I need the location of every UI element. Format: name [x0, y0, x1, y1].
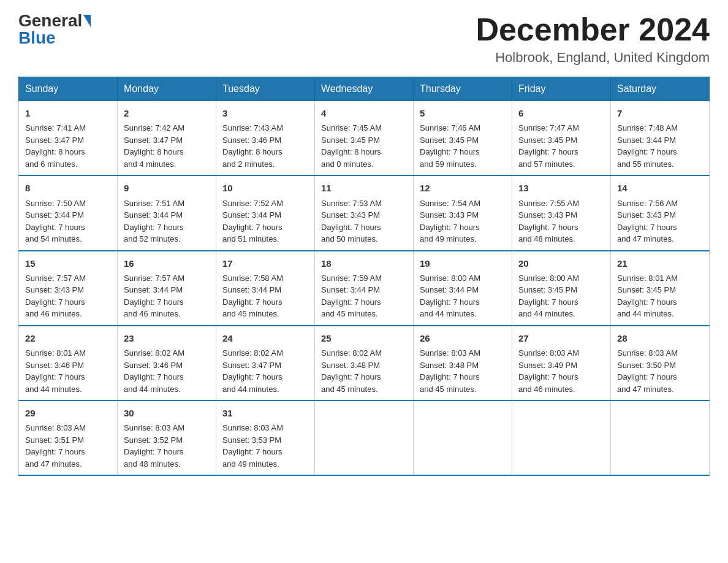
day-number: 31	[222, 406, 308, 420]
calendar-cell: 31Sunrise: 8:03 AMSunset: 3:53 PMDayligh…	[216, 400, 315, 475]
day-number: 15	[25, 256, 111, 270]
day-number: 5	[420, 106, 506, 120]
day-number: 16	[124, 256, 210, 270]
calendar-cell: 26Sunrise: 8:03 AMSunset: 3:48 PMDayligh…	[414, 326, 512, 400]
day-info: Sunrise: 8:00 AMSunset: 3:44 PMDaylight:…	[420, 272, 506, 320]
logo-general-text: General	[18, 12, 82, 29]
day-info: Sunrise: 7:55 AMSunset: 3:43 PMDaylight:…	[518, 197, 604, 245]
day-info: Sunrise: 7:48 AMSunset: 3:44 PMDaylight:…	[617, 122, 703, 170]
day-number: 14	[617, 181, 703, 195]
location-text: Holbrook, England, United Kingdom	[476, 50, 710, 66]
week-row-3: 15Sunrise: 7:57 AMSunset: 3:43 PMDayligh…	[19, 251, 710, 326]
calendar-cell: 11Sunrise: 7:53 AMSunset: 3:43 PMDayligh…	[315, 175, 414, 250]
logo-blue-text: Blue	[18, 29, 56, 47]
calendar-cell: 24Sunrise: 8:02 AMSunset: 3:47 PMDayligh…	[216, 326, 315, 400]
header-thursday: Thursday	[414, 77, 512, 101]
day-number: 23	[124, 331, 210, 345]
day-number: 1	[25, 106, 111, 120]
day-number: 4	[321, 106, 407, 120]
logo-triangle-icon	[83, 15, 91, 27]
day-number: 21	[617, 256, 703, 270]
day-number: 13	[518, 181, 604, 195]
calendar-cell: 30Sunrise: 8:03 AMSunset: 3:52 PMDayligh…	[118, 400, 216, 475]
calendar-cell	[414, 400, 512, 475]
day-info: Sunrise: 7:58 AMSunset: 3:44 PMDaylight:…	[222, 272, 308, 320]
header-wednesday: Wednesday	[315, 77, 414, 101]
day-number: 12	[420, 181, 506, 195]
header-tuesday: Tuesday	[216, 77, 315, 101]
day-info: Sunrise: 8:03 AMSunset: 3:48 PMDaylight:…	[420, 347, 506, 395]
calendar-cell: 13Sunrise: 7:55 AMSunset: 3:43 PMDayligh…	[512, 175, 611, 250]
calendar-cell: 28Sunrise: 8:03 AMSunset: 3:50 PMDayligh…	[611, 326, 710, 400]
page-header: General Blue December 2024 Holbrook, Eng…	[18, 12, 710, 66]
calendar-cell: 29Sunrise: 8:03 AMSunset: 3:51 PMDayligh…	[19, 400, 118, 475]
day-info: Sunrise: 7:57 AMSunset: 3:44 PMDaylight:…	[124, 272, 210, 320]
header-saturday: Saturday	[611, 77, 710, 101]
day-number: 3	[222, 106, 308, 120]
logo: General Blue	[18, 12, 91, 47]
day-number: 26	[420, 331, 506, 345]
day-number: 17	[222, 256, 308, 270]
day-info: Sunrise: 7:52 AMSunset: 3:44 PMDaylight:…	[222, 197, 308, 245]
day-info: Sunrise: 7:51 AMSunset: 3:44 PMDaylight:…	[124, 197, 210, 245]
calendar-cell: 21Sunrise: 8:01 AMSunset: 3:45 PMDayligh…	[611, 251, 710, 326]
calendar-table: SundayMondayTuesdayWednesdayThursdayFrid…	[18, 77, 710, 476]
calendar-cell: 22Sunrise: 8:01 AMSunset: 3:46 PMDayligh…	[19, 326, 118, 400]
title-section: December 2024 Holbrook, England, United …	[476, 12, 710, 66]
day-info: Sunrise: 7:45 AMSunset: 3:45 PMDaylight:…	[321, 122, 407, 170]
calendar-cell	[315, 400, 414, 475]
week-row-4: 22Sunrise: 8:01 AMSunset: 3:46 PMDayligh…	[19, 326, 710, 400]
day-number: 22	[25, 331, 111, 345]
calendar-cell: 16Sunrise: 7:57 AMSunset: 3:44 PMDayligh…	[118, 251, 216, 326]
day-info: Sunrise: 7:50 AMSunset: 3:44 PMDaylight:…	[25, 197, 111, 245]
day-info: Sunrise: 7:59 AMSunset: 3:44 PMDaylight:…	[321, 272, 407, 320]
day-number: 2	[124, 106, 210, 120]
day-number: 18	[321, 256, 407, 270]
week-row-5: 29Sunrise: 8:03 AMSunset: 3:51 PMDayligh…	[19, 400, 710, 475]
calendar-cell: 2Sunrise: 7:42 AMSunset: 3:47 PMDaylight…	[118, 101, 216, 176]
day-number: 24	[222, 331, 308, 345]
header-sunday: Sunday	[19, 77, 118, 101]
day-info: Sunrise: 8:03 AMSunset: 3:52 PMDaylight:…	[124, 422, 210, 470]
month-title: December 2024	[476, 12, 710, 47]
day-info: Sunrise: 8:02 AMSunset: 3:48 PMDaylight:…	[321, 347, 407, 395]
day-info: Sunrise: 7:42 AMSunset: 3:47 PMDaylight:…	[124, 122, 210, 170]
day-info: Sunrise: 7:53 AMSunset: 3:43 PMDaylight:…	[321, 197, 407, 245]
day-number: 25	[321, 331, 407, 345]
day-number: 20	[518, 256, 604, 270]
calendar-cell: 23Sunrise: 8:02 AMSunset: 3:46 PMDayligh…	[118, 326, 216, 400]
week-row-1: 1Sunrise: 7:41 AMSunset: 3:47 PMDaylight…	[19, 101, 710, 176]
day-number: 7	[617, 106, 703, 120]
calendar-cell: 3Sunrise: 7:43 AMSunset: 3:46 PMDaylight…	[216, 101, 315, 176]
day-info: Sunrise: 8:03 AMSunset: 3:49 PMDaylight:…	[518, 347, 604, 395]
day-info: Sunrise: 8:01 AMSunset: 3:45 PMDaylight:…	[617, 272, 703, 320]
day-info: Sunrise: 8:02 AMSunset: 3:47 PMDaylight:…	[222, 347, 308, 395]
calendar-cell: 18Sunrise: 7:59 AMSunset: 3:44 PMDayligh…	[315, 251, 414, 326]
calendar-cell: 7Sunrise: 7:48 AMSunset: 3:44 PMDaylight…	[611, 101, 710, 176]
calendar-cell: 19Sunrise: 8:00 AMSunset: 3:44 PMDayligh…	[414, 251, 512, 326]
header-friday: Friday	[512, 77, 611, 101]
day-info: Sunrise: 8:03 AMSunset: 3:53 PMDaylight:…	[222, 422, 308, 470]
day-number: 27	[518, 331, 604, 345]
day-number: 30	[124, 406, 210, 420]
day-info: Sunrise: 8:02 AMSunset: 3:46 PMDaylight:…	[124, 347, 210, 395]
day-number: 28	[617, 331, 703, 345]
calendar-cell: 4Sunrise: 7:45 AMSunset: 3:45 PMDaylight…	[315, 101, 414, 176]
day-info: Sunrise: 8:00 AMSunset: 3:45 PMDaylight:…	[518, 272, 604, 320]
calendar-cell: 5Sunrise: 7:46 AMSunset: 3:45 PMDaylight…	[414, 101, 512, 176]
day-info: Sunrise: 7:41 AMSunset: 3:47 PMDaylight:…	[25, 122, 111, 170]
calendar-cell: 25Sunrise: 8:02 AMSunset: 3:48 PMDayligh…	[315, 326, 414, 400]
day-info: Sunrise: 8:03 AMSunset: 3:50 PMDaylight:…	[617, 347, 703, 395]
day-info: Sunrise: 7:46 AMSunset: 3:45 PMDaylight:…	[420, 122, 506, 170]
calendar-cell: 1Sunrise: 7:41 AMSunset: 3:47 PMDaylight…	[19, 101, 118, 176]
calendar-cell: 12Sunrise: 7:54 AMSunset: 3:43 PMDayligh…	[414, 175, 512, 250]
day-info: Sunrise: 8:03 AMSunset: 3:51 PMDaylight:…	[25, 422, 111, 470]
calendar-cell	[512, 400, 611, 475]
calendar-cell: 17Sunrise: 7:58 AMSunset: 3:44 PMDayligh…	[216, 251, 315, 326]
week-row-2: 8Sunrise: 7:50 AMSunset: 3:44 PMDaylight…	[19, 175, 710, 250]
day-number: 9	[124, 181, 210, 195]
day-info: Sunrise: 7:57 AMSunset: 3:43 PMDaylight:…	[25, 272, 111, 320]
calendar-cell: 20Sunrise: 8:00 AMSunset: 3:45 PMDayligh…	[512, 251, 611, 326]
day-info: Sunrise: 7:43 AMSunset: 3:46 PMDaylight:…	[222, 122, 308, 170]
day-number: 10	[222, 181, 308, 195]
